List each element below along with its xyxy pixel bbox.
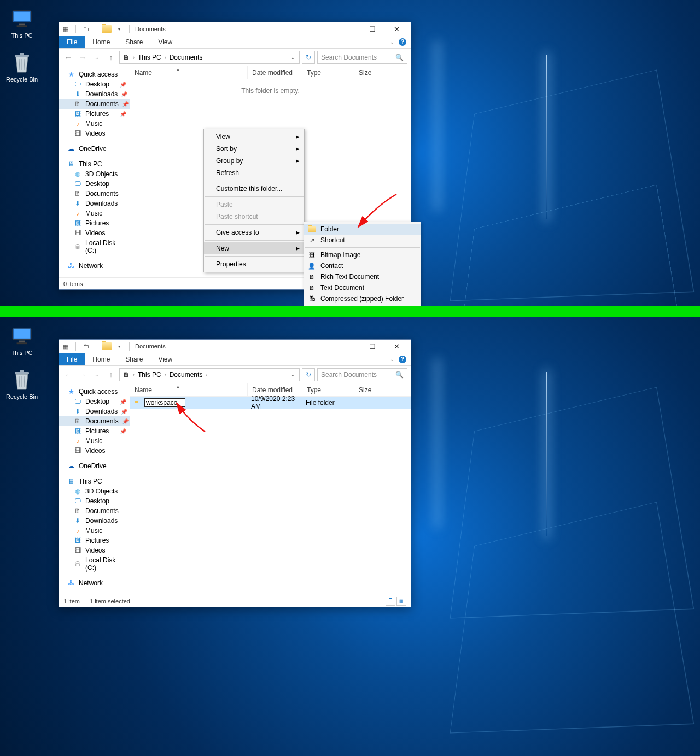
sm-bitmap[interactable]: 🖼Bitmap image <box>304 249 421 260</box>
close-button[interactable]: ✕ <box>384 22 409 36</box>
new-folder-icon[interactable]: 🗀 <box>81 25 90 33</box>
nav-pc-pictures[interactable]: 🖼Pictures <box>59 536 130 545</box>
desktop-icon-recycle-bin[interactable]: Recycle Bin <box>3 52 41 83</box>
sm-txt[interactable]: 🗎Text Document <box>304 282 421 293</box>
close-button[interactable]: ✕ <box>384 340 409 353</box>
nav-onedrive[interactable]: ☁OneDrive <box>59 461 130 471</box>
nav-up-button[interactable]: ↑ <box>105 51 117 63</box>
titlebar[interactable]: ▦ 🗀 ▾ Documents — ☐ ✕ <box>59 22 411 36</box>
nav-this-pc[interactable]: 🖥This PC <box>59 476 130 486</box>
col-size[interactable]: Size <box>354 383 387 396</box>
minimize-button[interactable]: — <box>336 22 360 36</box>
nav-recent-dropdown[interactable]: ⌄ <box>91 369 103 381</box>
col-type[interactable]: Type <box>302 66 354 79</box>
nav-3d-objects[interactable]: ◍3D Objects <box>59 486 130 496</box>
tab-share[interactable]: Share <box>118 353 150 365</box>
refresh-button[interactable]: ↻ <box>302 51 315 64</box>
nav-pc-music[interactable]: ♪Music <box>59 208 130 218</box>
sm-shortcut[interactable]: ↗Shortcut <box>304 235 421 246</box>
nav-3d-objects[interactable]: ◍3D Objects <box>59 169 130 179</box>
nav-local-disk[interactable]: ⛁Local Disk (C:) <box>59 238 130 255</box>
col-name[interactable]: Name <box>130 66 248 79</box>
address-bar[interactable]: 🗎 › This PC › Documents ⌄ <box>119 51 300 64</box>
help-icon[interactable]: ? <box>399 356 406 363</box>
maximize-button[interactable]: ☐ <box>360 340 384 353</box>
nav-pc-desktop[interactable]: 🖵Desktop <box>59 179 130 189</box>
addr-dropdown-icon[interactable]: ⌄ <box>289 372 297 377</box>
sm-contact[interactable]: 👤Contact <box>304 260 421 271</box>
col-date[interactable]: Date modified <box>248 383 302 396</box>
properties-icon[interactable]: ▦ <box>61 342 70 351</box>
nav-this-pc[interactable]: 🖥This PC <box>59 159 130 169</box>
desktop-icon-this-pc-2[interactable]: This PC <box>3 325 41 356</box>
nav-downloads[interactable]: ⬇Downloads📌 <box>59 89 130 99</box>
nav-forward-button[interactable]: → <box>77 51 89 63</box>
nav-pc-documents[interactable]: 🗎Documents <box>59 189 130 199</box>
tab-home[interactable]: Home <box>85 353 118 365</box>
new-folder-icon[interactable]: 🗀 <box>81 342 90 351</box>
crumb-this-pc[interactable]: This PC <box>137 371 162 379</box>
cm-sortby[interactable]: Sort by▶ <box>204 143 304 155</box>
nav-network[interactable]: 🖧Network <box>59 261 130 271</box>
addr-dropdown-icon[interactable]: ⌄ <box>289 55 297 60</box>
nav-desktop[interactable]: 🖵Desktop📌 <box>59 79 130 89</box>
sm-zip[interactable]: 🗜Compressed (zipped) Folder <box>304 293 421 304</box>
nav-pc-documents[interactable]: 🗎Documents <box>59 506 130 516</box>
col-size[interactable]: Size <box>354 66 387 79</box>
cm-view[interactable]: View▶ <box>204 131 304 143</box>
tab-file[interactable]: File <box>59 36 85 48</box>
nav-videos[interactable]: 🎞Videos <box>59 446 130 456</box>
nav-videos[interactable]: 🎞Videos <box>59 129 130 138</box>
crumb-documents[interactable]: Documents <box>168 54 204 61</box>
nav-pc-videos[interactable]: 🎞Videos <box>59 228 130 238</box>
tab-view[interactable]: View <box>150 36 180 48</box>
file-row-workspace[interactable]: 10/9/2020 2:23 AM File folder <box>130 397 411 409</box>
nav-forward-button[interactable]: → <box>77 369 89 381</box>
tab-home[interactable]: Home <box>85 36 118 48</box>
search-input[interactable]: Search Documents 🔍 <box>317 368 407 381</box>
col-name[interactable]: Name <box>130 383 248 396</box>
nav-local-disk[interactable]: ⛁Local Disk (C:) <box>59 555 130 573</box>
nav-back-button[interactable]: ← <box>62 369 74 381</box>
crumb-this-pc[interactable]: This PC <box>137 54 162 61</box>
desktop-icon-recycle-bin-2[interactable]: Recycle Bin <box>3 369 41 400</box>
nav-recent-dropdown[interactable]: ⌄ <box>91 51 103 63</box>
nav-pc-downloads[interactable]: ⬇Downloads <box>59 516 130 526</box>
nav-pictures[interactable]: 🖼Pictures📌 <box>59 426 130 436</box>
minimize-button[interactable]: — <box>336 340 360 353</box>
nav-pc-pictures[interactable]: 🖼Pictures <box>59 218 130 228</box>
sm-rtf[interactable]: 🗎Rich Text Document <box>304 271 421 282</box>
nav-documents[interactable]: 🗎Documents📌 <box>59 99 130 109</box>
nav-downloads[interactable]: ⬇Downloads📌 <box>59 406 130 416</box>
help-icon[interactable]: ? <box>399 38 406 46</box>
nav-pc-downloads[interactable]: ⬇Downloads <box>59 199 130 208</box>
titlebar[interactable]: ▦ 🗀 ▾ Documents — ☐ ✕ <box>59 340 411 353</box>
nav-pc-desktop[interactable]: 🖵Desktop <box>59 496 130 506</box>
refresh-button[interactable]: ↻ <box>302 368 315 381</box>
sm-folder[interactable]: Folder <box>304 224 421 235</box>
nav-quick-access[interactable]: ★Quick access <box>59 387 130 397</box>
cm-properties[interactable]: Properties <box>204 258 304 270</box>
search-input[interactable]: Search Documents 🔍 <box>317 51 407 64</box>
view-large-button[interactable]: ▦ <box>396 597 406 606</box>
nav-pc-videos[interactable]: 🎞Videos <box>59 545 130 555</box>
folder-rename-input[interactable] <box>144 398 185 407</box>
maximize-button[interactable]: ☐ <box>360 22 384 36</box>
nav-quick-access[interactable]: ★Quick access <box>59 69 130 79</box>
properties-icon[interactable]: ▦ <box>61 25 70 33</box>
tab-view[interactable]: View <box>150 353 180 365</box>
nav-pc-music[interactable]: ♪Music <box>59 526 130 536</box>
nav-onedrive[interactable]: ☁OneDrive <box>59 144 130 154</box>
qat-dropdown-icon[interactable]: ▾ <box>115 25 124 33</box>
ribbon-expand-icon[interactable]: ⌄ <box>390 357 394 362</box>
cm-refresh[interactable]: Refresh <box>204 167 304 179</box>
nav-documents[interactable]: 🗎Documents📌 <box>59 416 130 426</box>
qat-dropdown-icon[interactable]: ▾ <box>115 342 124 351</box>
nav-music[interactable]: ♪Music <box>59 119 130 129</box>
view-details-button[interactable]: ≣ <box>386 597 395 606</box>
address-bar[interactable]: 🗎 › This PC › Documents › ⌄ <box>119 368 300 381</box>
col-type[interactable]: Type <box>302 383 354 396</box>
col-date[interactable]: Date modified <box>248 66 302 79</box>
nav-pictures[interactable]: 🖼Pictures📌 <box>59 109 130 119</box>
tab-file[interactable]: File <box>59 353 85 365</box>
